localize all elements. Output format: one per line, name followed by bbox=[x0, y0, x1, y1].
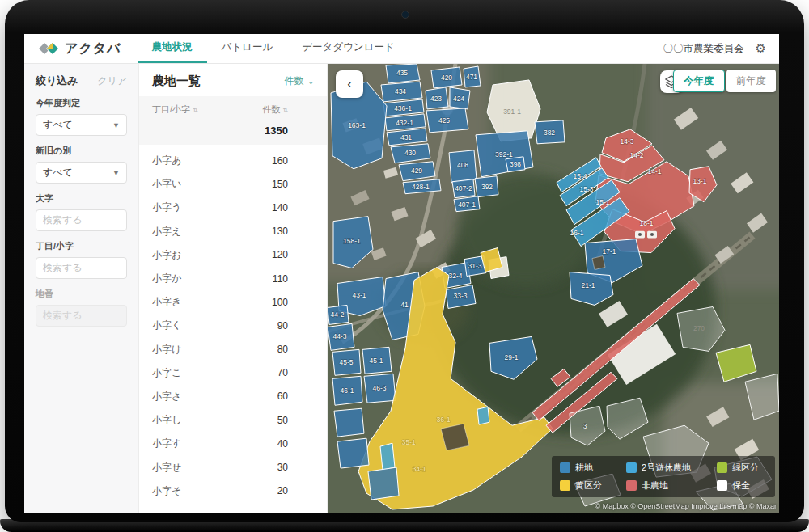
row-count: 100 bbox=[272, 297, 288, 308]
row-count: 130 bbox=[272, 226, 288, 237]
field-label-year-judgement: 今年度判定 bbox=[36, 97, 127, 109]
field-label-chome-koaza: 丁目/小字 bbox=[36, 240, 127, 252]
sort-dropdown[interactable]: 件数 ⌄ bbox=[284, 74, 314, 88]
content-area: 絞り込み クリア 今年度判定 すべて ▼ 新旧の別 すべて ▼ 大字 検索する … bbox=[24, 64, 779, 513]
legend-swatch bbox=[560, 480, 570, 491]
parcel-list: 小字あ160小字い150小字う140小字え130小字お120小字か110小字き1… bbox=[139, 145, 327, 513]
row-koaza-name: 小字え bbox=[152, 225, 181, 239]
table-row[interactable]: 小字か110 bbox=[139, 267, 327, 290]
parcel-label: 34-1 bbox=[413, 465, 426, 473]
table-row[interactable]: 小字さ60 bbox=[139, 385, 327, 408]
legend-label: 黄区分 bbox=[575, 479, 602, 492]
laptop-mockup: アクタバ 農地状況 パトロール データダウンロード 〇〇市農業委員会 ⚙ 絞り込… bbox=[0, 0, 809, 532]
legend-swatch bbox=[717, 462, 727, 473]
row-koaza-name: 小字そ bbox=[152, 484, 181, 498]
app-window: アクタバ 農地状況 パトロール データダウンロード 〇〇市農業委員会 ⚙ 絞り込… bbox=[24, 34, 779, 513]
row-count: 90 bbox=[277, 320, 288, 331]
sort-arrows-icon: ⇅ bbox=[193, 107, 198, 114]
parcel-label: 407-1 bbox=[458, 201, 476, 209]
parcel-label: 15-3 bbox=[580, 185, 594, 193]
map-parcel[interactable] bbox=[368, 467, 399, 500]
row-koaza-name: 小字せ bbox=[152, 461, 181, 475]
col-count[interactable]: 件数⇅ bbox=[262, 103, 288, 116]
parcel-label: 163-1 bbox=[348, 121, 366, 129]
table-row[interactable]: 小字き100 bbox=[139, 290, 327, 314]
parcel-label: 46-1 bbox=[341, 386, 354, 395]
parcel-label: 44-2 bbox=[331, 310, 345, 319]
table-row[interactable]: 小字あ160 bbox=[139, 149, 327, 172]
table-row[interactable]: 小字け80 bbox=[139, 338, 327, 361]
table-row[interactable]: 小字し50 bbox=[139, 408, 327, 432]
legend-swatch bbox=[717, 480, 727, 491]
row-koaza-name: 小字さ bbox=[152, 390, 181, 403]
header-right: 〇〇市農業委員会 ⚙ bbox=[663, 34, 766, 63]
oaza-search-input[interactable]: 検索する bbox=[36, 209, 127, 231]
parcel-label: 35-1 bbox=[402, 438, 416, 446]
map-attribution[interactable]: © Mapbox © OpenStreetMap Improve this ma… bbox=[595, 502, 777, 510]
map-parcel[interactable] bbox=[592, 256, 605, 270]
field-label-new-old: 新旧の別 bbox=[36, 145, 127, 157]
table-row[interactable]: 小字せ30 bbox=[139, 455, 327, 479]
parcel-label: 408 bbox=[457, 161, 468, 169]
parcel-label: 392-1 bbox=[495, 150, 513, 158]
table-row[interactable]: 小字い150 bbox=[139, 172, 327, 196]
settings-gear-icon[interactable]: ⚙ bbox=[756, 41, 766, 56]
row-koaza-name: 小字す bbox=[152, 437, 181, 450]
row-koaza-name: 小字く bbox=[152, 319, 181, 332]
table-row[interactable]: 小字う140 bbox=[139, 196, 327, 219]
legend-item: 緑区分 bbox=[717, 462, 767, 474]
parcel-label: 398 bbox=[510, 160, 521, 168]
table-row[interactable]: 小字え130 bbox=[139, 220, 327, 243]
legend-label: 緑区分 bbox=[732, 462, 759, 474]
tab-farmland-status[interactable]: 農地状況 bbox=[138, 34, 207, 63]
map-parcel[interactable] bbox=[337, 438, 369, 468]
map-parcel[interactable] bbox=[477, 407, 489, 424]
tab-data-download[interactable]: データダウンロード bbox=[287, 34, 409, 63]
map-parcel[interactable] bbox=[441, 424, 469, 450]
parcel-label: 428-1 bbox=[412, 183, 430, 191]
row-koaza-name: 小字お bbox=[152, 248, 181, 262]
app-header: アクタバ 農地状況 パトロール データダウンロード 〇〇市農業委員会 ⚙ bbox=[24, 34, 779, 64]
chevron-down-icon: ⌄ bbox=[307, 78, 314, 86]
main-nav: 農地状況 パトロール データダウンロード bbox=[138, 34, 409, 63]
logo-diamond-icon bbox=[37, 41, 59, 56]
parcel-label: 436-1 bbox=[394, 104, 412, 112]
table-row[interactable]: 小字く90 bbox=[139, 314, 327, 337]
parcel-label: 14-2 bbox=[630, 151, 644, 159]
parcel-label: 392 bbox=[481, 183, 493, 191]
row-count: 110 bbox=[273, 273, 288, 285]
tab-patrol[interactable]: パトロール bbox=[207, 34, 288, 63]
photo-marker-lens bbox=[638, 233, 642, 236]
this-year-button[interactable]: 今年度 bbox=[673, 70, 725, 92]
total-count: 1350 bbox=[152, 125, 288, 137]
clear-filters-link[interactable]: クリア bbox=[97, 74, 127, 88]
this-year-judgement-select[interactable]: すべて ▼ bbox=[36, 114, 127, 136]
parcel-label: 16-1 bbox=[570, 229, 584, 237]
chiban-search-input: 検索する bbox=[36, 305, 127, 327]
table-row[interactable]: 小字そ20 bbox=[139, 479, 327, 503]
new-old-select[interactable]: すべて ▼ bbox=[36, 162, 127, 184]
parcel-label: 14-1 bbox=[648, 167, 662, 175]
prev-year-button[interactable]: 前年度 bbox=[726, 70, 777, 92]
map-parcel[interactable] bbox=[380, 443, 395, 470]
parcel-label: 434 bbox=[395, 87, 406, 95]
parcel-label: 14-3 bbox=[621, 137, 634, 146]
parcel-label: 36-1 bbox=[437, 416, 451, 424]
parcel-label: 33-3 bbox=[454, 292, 468, 300]
parcel-label: 41 bbox=[400, 301, 409, 309]
table-header: 丁目/小字⇅ 件数⇅ 1350 bbox=[139, 96, 327, 145]
chome-koaza-search-input[interactable]: 検索する bbox=[36, 257, 127, 279]
map-canvas[interactable]: 435434436-1432-1431430429428-14204714234… bbox=[328, 64, 779, 513]
table-row[interactable]: 小字こ70 bbox=[139, 361, 327, 385]
collapse-panel-button[interactable]: ‹ bbox=[336, 70, 363, 98]
table-row[interactable]: 小字す40 bbox=[139, 432, 327, 455]
col-label: 件数 bbox=[262, 104, 280, 114]
map-parcel[interactable] bbox=[334, 408, 364, 437]
col-chome-koaza[interactable]: 丁目/小字⇅ bbox=[152, 103, 198, 116]
table-row[interactable]: 小字お120 bbox=[139, 243, 327, 267]
chevron-down-icon: ▼ bbox=[112, 121, 120, 129]
legend-item: 非農地 bbox=[626, 479, 714, 492]
parcel-label: 431 bbox=[400, 133, 412, 141]
parcel-label: 21-1 bbox=[582, 282, 595, 290]
chevron-down-icon: ▼ bbox=[112, 169, 120, 177]
